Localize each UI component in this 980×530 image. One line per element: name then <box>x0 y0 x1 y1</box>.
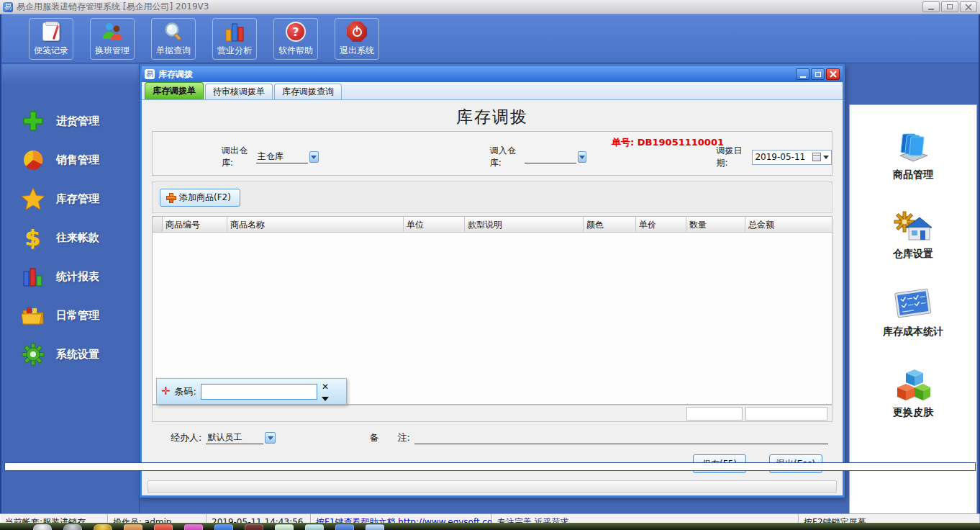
barcode-input[interactable] <box>201 384 317 400</box>
bar-chart-icon <box>223 20 246 43</box>
close-icon <box>965 4 972 11</box>
toolbar-button-analysis[interactable]: 营业分析 <box>212 18 257 60</box>
dialog-tabs: 库存调拨单 待审核调拨单 库存调拨查询 <box>142 82 843 100</box>
sidebar-item-settings[interactable]: 系统设置 <box>1 335 139 374</box>
sidebar-item-label: 统计报表 <box>56 270 99 284</box>
tab-pending-review[interactable]: 待审核调拨单 <box>205 84 273 99</box>
minimize-button[interactable] <box>922 1 940 12</box>
notepad-icon <box>40 20 63 43</box>
taskbar-icon[interactable] <box>366 524 384 530</box>
operator-row: 经办人: 默认员工 备 注: <box>171 431 828 444</box>
sidebar-item-inventory[interactable]: 库存管理 <box>1 179 139 218</box>
toolbar-button-exit[interactable]: 退出系统 <box>335 18 379 60</box>
in-warehouse-value[interactable] <box>525 151 576 163</box>
folder-icon <box>20 302 46 328</box>
form-heading: 库存调拨 <box>142 106 843 128</box>
col-unit-price[interactable]: 单价 <box>636 217 686 232</box>
product-cards-icon <box>894 131 932 164</box>
close-button[interactable] <box>960 1 977 12</box>
shift-users-icon <box>101 20 124 43</box>
toolbar-button-query[interactable]: 单据查询 <box>151 18 196 60</box>
row-selector-column <box>153 217 163 232</box>
col-quantity[interactable]: 数量 <box>686 217 745 232</box>
taskbar-icon[interactable] <box>305 524 324 530</box>
operator-dropdown-button[interactable] <box>265 432 276 444</box>
toolbar-label: 单据查询 <box>156 45 191 57</box>
sidebar-item-daily[interactable]: 日常管理 <box>1 296 139 335</box>
in-warehouse-dropdown-button[interactable] <box>578 151 587 163</box>
sidebar-item-accounts[interactable]: $ 往来帐款 <box>1 218 139 257</box>
help-icon: ? <box>284 20 307 43</box>
out-warehouse-dropdown-button[interactable] <box>309 151 319 163</box>
right-item-products[interactable]: 商品管理 <box>893 131 933 181</box>
restore-icon <box>947 4 953 9</box>
dialog-title: 库存调拨 <box>158 68 794 81</box>
tab-transfer-form[interactable]: 库存调拨单 <box>145 82 204 99</box>
col-total-amount[interactable]: 总金额 <box>745 217 832 232</box>
taskbar-icon[interactable] <box>245 524 263 530</box>
transfer-date-input[interactable]: 2019-05-11 <box>752 150 832 165</box>
col-color[interactable]: 颜色 <box>584 217 636 232</box>
checklist-board-icon <box>892 288 934 321</box>
barcode-dropdown-icon[interactable] <box>322 397 329 401</box>
in-warehouse-label: 调入仓库: <box>490 145 522 169</box>
sidebar-item-sales[interactable]: 销售管理 <box>1 140 139 179</box>
out-warehouse-value[interactable]: 主仓库 <box>256 151 308 163</box>
maximize-icon <box>815 72 821 77</box>
restore-button[interactable] <box>941 1 958 12</box>
taskbar-icon[interactable] <box>275 524 294 530</box>
move-handle-icon[interactable]: ✛ <box>161 386 171 397</box>
pie-chart-icon <box>20 147 46 173</box>
out-warehouse-field: 调出仓库: 主仓库 <box>222 145 319 169</box>
sidebar-item-reports[interactable]: 统计报表 <box>1 257 139 296</box>
chevron-down-icon <box>579 156 585 159</box>
main-frame: 便笺记录 换班管理 单据查询 <box>0 14 980 523</box>
skin-cubes-icon <box>894 366 932 402</box>
barcode-close-icon[interactable]: ✕ <box>322 382 329 391</box>
dialog-maximize-button[interactable] <box>811 68 825 80</box>
taskbar-icon[interactable] <box>124 524 142 530</box>
taskbar-icon[interactable] <box>214 524 233 530</box>
remark-input[interactable] <box>414 431 828 444</box>
taskbar-icon[interactable] <box>63 524 82 530</box>
toolbar-button-help[interactable]: ? 软件帮助 <box>273 18 318 60</box>
taskbar-icon[interactable] <box>184 524 203 530</box>
add-product-button[interactable]: 添加商品(F2) <box>160 189 240 207</box>
dialog-icon: 易 <box>145 69 155 79</box>
operator-value[interactable]: 默认员工 <box>206 431 263 444</box>
sidebar-item-label: 进货管理 <box>56 114 99 128</box>
taskbar-icon[interactable] <box>335 524 354 530</box>
taskbar-icon[interactable] <box>33 524 52 530</box>
taskbar-icon[interactable] <box>154 524 173 530</box>
search-icon <box>162 20 185 43</box>
column-chart-icon <box>20 264 46 289</box>
tab-transfer-query[interactable]: 库存调拨查询 <box>274 84 342 99</box>
right-item-cost-stats[interactable]: 库存成本统计 <box>883 288 943 338</box>
dialog-minimize-button[interactable] <box>796 68 809 80</box>
col-product-code[interactable]: 商品编号 <box>163 217 227 232</box>
right-item-skin[interactable]: 更换皮肤 <box>893 366 933 419</box>
total-amount-box <box>745 407 827 421</box>
total-quantity-box <box>686 407 743 421</box>
right-item-warehouse[interactable]: 仓库设置 <box>893 209 933 261</box>
items-table-body[interactable] <box>153 233 832 388</box>
toolbar-label: 营业分析 <box>217 45 252 57</box>
toolbar-button-shift[interactable]: 换班管理 <box>90 18 135 60</box>
in-warehouse-field: 调入仓库: <box>490 145 587 169</box>
chevron-down-icon[interactable] <box>823 156 829 159</box>
col-style-desc[interactable]: 款型说明 <box>465 217 584 232</box>
col-product-name[interactable]: 商品名称 <box>227 217 404 232</box>
col-unit[interactable]: 单位 <box>404 217 465 232</box>
dollar-icon: $ <box>20 225 46 251</box>
plus-icon <box>166 193 176 202</box>
toolbar-button-notes[interactable]: 便笺记录 <box>29 18 73 60</box>
os-taskbar[interactable] <box>0 523 980 530</box>
taskbar-icon[interactable] <box>94 524 112 530</box>
inventory-transfer-dialog: 易 库存调拨 库存调拨单 待审核调拨单 库存调拨查询 库存调拨 单号: DB19… <box>140 64 845 498</box>
dialog-close-button[interactable] <box>826 68 840 80</box>
right-item-label: 商品管理 <box>893 169 933 181</box>
barcode-label: 条码: <box>175 385 196 398</box>
sidebar-item-purchase[interactable]: 进货管理 <box>1 102 139 140</box>
minimize-icon <box>800 76 806 78</box>
minimize-icon <box>928 9 934 10</box>
